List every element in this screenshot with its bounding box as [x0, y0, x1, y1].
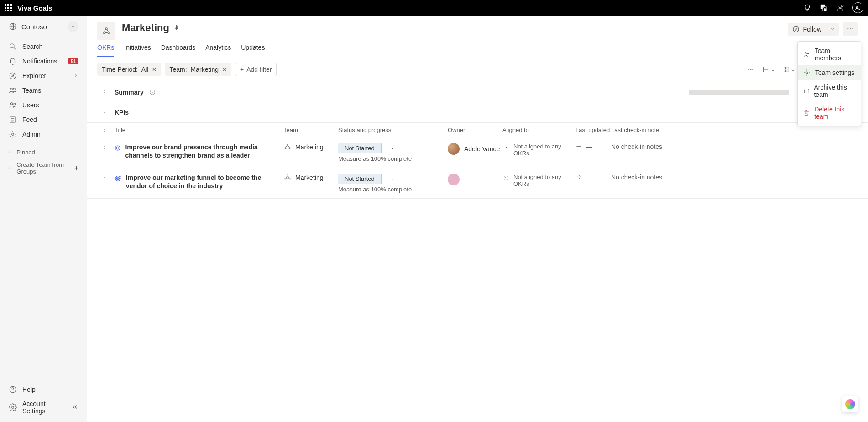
- add-filter-label: Add filter: [246, 66, 272, 73]
- col-team[interactable]: Team: [283, 127, 338, 133]
- copilot-button[interactable]: [842, 396, 858, 412]
- close-icon[interactable]: ✕: [222, 66, 227, 73]
- okr-title: Improve our brand presence through media…: [125, 143, 283, 159]
- progress-value: -: [392, 175, 394, 183]
- svg-point-5: [841, 5, 843, 7]
- section-summary[interactable]: Summary: [87, 82, 868, 102]
- app-launcher-icon[interactable]: [5, 4, 12, 11]
- tab-okrs[interactable]: OKRs: [97, 44, 114, 57]
- row-expand[interactable]: [102, 143, 115, 150]
- user-avatar[interactable]: AJ: [852, 2, 863, 13]
- nav-pinned[interactable]: › Pinned: [0, 146, 87, 158]
- grid-view-button[interactable]: ⌄: [780, 64, 797, 75]
- team-actions-menu: Team members Team settings Archive this …: [797, 41, 861, 126]
- tab-updates[interactable]: Updates: [241, 44, 265, 57]
- okr-row[interactable]: Improve our brand presence through media…: [87, 137, 868, 168]
- col-notes[interactable]: Last check-in note: [611, 127, 858, 133]
- pin-icon[interactable]: [173, 24, 180, 32]
- owner-name: Adele Vance: [464, 145, 500, 153]
- target-icon: [115, 143, 120, 153]
- updated-dash: —: [586, 174, 592, 181]
- status-pill[interactable]: Not Started: [338, 143, 382, 153]
- pinned-label: Pinned: [16, 149, 35, 156]
- row-expand[interactable]: [102, 174, 115, 181]
- svg-rect-47: [804, 89, 809, 90]
- account-label: Account Settings: [22, 400, 66, 415]
- owner-cell[interactable]: -: [448, 174, 502, 185]
- expand-all-toggle[interactable]: [102, 127, 115, 133]
- menu-team-settings[interactable]: Team settings: [798, 65, 861, 80]
- svg-point-11: [11, 103, 13, 105]
- chevron-right-icon: ›: [9, 150, 10, 155]
- tab-initiatives[interactable]: Initiatives: [124, 44, 151, 57]
- follow-dropdown[interactable]: [826, 23, 839, 36]
- col-updated[interactable]: Last updated: [575, 127, 611, 133]
- info-icon: [149, 89, 156, 95]
- aligned-cell: Not aligned to any OKRs: [502, 174, 575, 187]
- okr-row[interactable]: Improve our marketing funnel to become t…: [87, 168, 868, 199]
- svg-point-16: [12, 406, 14, 409]
- close-icon[interactable]: ✕: [152, 66, 157, 73]
- filter-team[interactable]: Team: Marketing ✕: [165, 63, 231, 76]
- status-icon[interactable]: [836, 4, 844, 12]
- svg-point-22: [850, 28, 851, 29]
- svg-rect-30: [787, 70, 789, 72]
- sidebar-footer: Help Account Settings: [0, 382, 87, 422]
- menu-team-members[interactable]: Team members: [798, 43, 861, 65]
- nav-notifications[interactable]: Notifications 51: [0, 54, 87, 69]
- status-measure: Measure as 100% complete: [338, 186, 448, 193]
- owner-cell[interactable]: Adele Vance: [448, 143, 502, 155]
- bell-icon: [9, 57, 17, 65]
- nav-label: Teams: [22, 87, 41, 94]
- aligned-text: Not aligned to any OKRs: [513, 174, 575, 187]
- notes-cell: No check-in notes: [611, 174, 858, 181]
- svg-point-35: [287, 144, 288, 146]
- section-kpis[interactable]: KPIs: [87, 102, 868, 122]
- settings-icon: [9, 403, 17, 411]
- status-pill[interactable]: Not Started: [338, 174, 382, 184]
- filter-time-period[interactable]: Time Period: All ✕: [97, 63, 161, 76]
- team-cell: Marketing: [283, 174, 338, 182]
- tab-analytics[interactable]: Analytics: [205, 44, 231, 57]
- nav-label: Feed: [22, 116, 37, 123]
- svg-rect-28: [787, 67, 789, 69]
- org-name: Contoso: [21, 23, 47, 31]
- tabs: OKRs Initiatives Dashboards Analytics Up…: [87, 44, 868, 57]
- nav-users[interactable]: Users: [0, 98, 87, 112]
- col-status[interactable]: Status and progress: [338, 127, 448, 133]
- nav-create-team[interactable]: › Create Team from Groups +: [0, 158, 87, 178]
- follow-button[interactable]: Follow: [788, 23, 826, 36]
- collapse-icon[interactable]: [71, 403, 78, 412]
- expand-button[interactable]: ⌄: [760, 64, 777, 75]
- nav-admin[interactable]: Admin: [0, 127, 87, 142]
- nav-explorer[interactable]: Explorer: [0, 69, 87, 83]
- nav-account-settings[interactable]: Account Settings: [0, 397, 87, 418]
- lightbulb-icon[interactable]: [803, 4, 811, 12]
- svg-point-26: [753, 69, 753, 70]
- nav-search[interactable]: Search: [0, 39, 87, 54]
- org-picker[interactable]: Contoso: [0, 16, 87, 37]
- col-title[interactable]: Title: [115, 127, 283, 133]
- svg-point-36: [285, 148, 286, 149]
- svg-point-7: [10, 44, 14, 48]
- tab-dashboards[interactable]: Dashboards: [161, 44, 196, 57]
- nav-teams[interactable]: Teams: [0, 83, 87, 98]
- translate-icon[interactable]: Aあ: [820, 4, 828, 12]
- menu-delete-team[interactable]: Delete this team: [798, 102, 861, 124]
- col-aligned[interactable]: Aligned to: [502, 127, 575, 133]
- search-icon: [9, 42, 17, 51]
- progress-value: -: [392, 145, 394, 152]
- filter-row: Time Period: All ✕ Team: Marketing ✕ + A…: [87, 57, 868, 82]
- menu-archive-team[interactable]: Archive this team: [798, 80, 861, 102]
- page-title: Marketing: [122, 22, 169, 34]
- chevron-right-icon: ›: [9, 166, 10, 171]
- plus-icon[interactable]: +: [74, 164, 78, 172]
- more-button[interactable]: [843, 22, 858, 36]
- nav-feed[interactable]: Feed: [0, 112, 87, 127]
- nav-help[interactable]: Help: [0, 382, 87, 397]
- header-actions: Follow: [788, 22, 858, 36]
- copilot-icon: [845, 399, 855, 409]
- add-filter-button[interactable]: + Add filter: [235, 63, 277, 76]
- more-options-button[interactable]: [744, 64, 757, 75]
- col-owner[interactable]: Owner: [448, 127, 502, 133]
